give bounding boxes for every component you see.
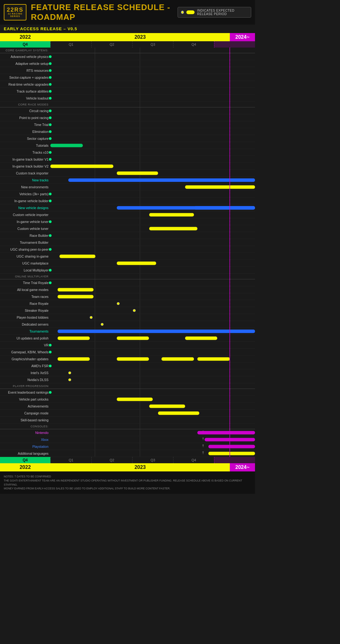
row-2024-area [230, 307, 255, 314]
row-2024-area [230, 362, 255, 369]
row-2024-area [230, 376, 255, 383]
table-row: Vehicles (3k+ parts) [0, 191, 255, 197]
table-row: In-game track builder V1 [0, 156, 255, 163]
q4-2022: Q4 [0, 41, 50, 48]
row-label: Custom track importer [0, 171, 50, 175]
table-row: Custom vehicle tuner [0, 225, 255, 232]
table-row: Tracks x10 [0, 149, 255, 156]
row-chart [50, 307, 230, 314]
row-chart [50, 410, 230, 416]
row-2024-area [230, 107, 255, 114]
row-chart [50, 293, 230, 300]
row-2024-area [230, 67, 255, 74]
row-chart [50, 74, 230, 81]
table-row: Nintendo† [0, 429, 255, 436]
footer-notes: NOTES: † DATES TO BE CONFIRMED THE GOATI… [0, 471, 255, 494]
table-row: Race Royale [0, 300, 255, 307]
table-row: In-game vehicle builder [0, 197, 255, 204]
row-2024-area [230, 95, 255, 101]
row-label: Real-time vehicle upgrades [0, 83, 50, 86]
row-chart [50, 246, 230, 253]
table-row: PLAYER PROGRESSION [0, 383, 255, 389]
row-label: In-game track builder V1 [0, 157, 50, 161]
table-row: ONLINE MULTIPLAYER [0, 274, 255, 279]
table-row: Achievements [0, 403, 255, 410]
completion-dot [49, 350, 52, 353]
row-label: Race Royale [0, 302, 50, 305]
row-label: Tournaments [0, 329, 50, 333]
row-chart [50, 253, 230, 259]
table-row: Real-time vehicle upgrades [0, 81, 255, 88]
q3-2023: Q3 [132, 41, 173, 48]
row-label: In-game vehicle builder [0, 199, 50, 203]
row-chart [50, 349, 230, 355]
row-2024-area [230, 142, 255, 149]
table-row: In-game vehicle tuner [0, 218, 255, 225]
schedule-bar [58, 329, 255, 333]
planned-dot [133, 309, 136, 312]
table-row: UGC marketplace [0, 260, 255, 267]
table-row: CORE RACE MODES [0, 102, 255, 107]
table-row: Time Trial [0, 121, 255, 128]
row-label: CORE RACE MODES [0, 103, 50, 106]
completion-dot [49, 269, 52, 271]
schedule-bar [58, 295, 94, 298]
table-row: Streaker Royale [0, 307, 255, 314]
row-2024-area [230, 342, 255, 348]
schedule-bar [117, 261, 156, 265]
legend-bar-icon [186, 10, 195, 14]
row-chart [50, 81, 230, 88]
row-2024-area [230, 253, 255, 259]
row-label: RTS resources [0, 69, 50, 72]
row-label: Tracks x10 [0, 151, 50, 154]
legend-text: INDICATES EXPECTED RELEASE PERIOD [197, 9, 248, 16]
row-label: All local game modes [0, 288, 50, 292]
table-row: CORE GAMEPLAY SYSTEMS: [0, 48, 255, 53]
table-row: Intel's XeSS [0, 369, 255, 376]
row-2024-area [230, 149, 255, 156]
row-2024-area [230, 450, 255, 457]
schedule-bar-3 [185, 336, 218, 340]
table-row: New tracks [0, 177, 255, 184]
row-chart [50, 142, 230, 149]
row-label: PLAYER PROGRESSION [0, 385, 50, 388]
row-chart [50, 177, 230, 183]
planned-dot [90, 316, 93, 319]
q4-2023: Q4 [173, 41, 214, 48]
bottom-quarter-row: Q4 Q1 Q2 Q3 Q4 [0, 457, 255, 463]
row-2024-area [230, 177, 255, 183]
completion-dot [49, 364, 52, 367]
q2-2023: Q2 [91, 41, 132, 48]
row-chart [50, 128, 230, 135]
footer-note-1: NOTES: † DATES TO BE CONFIRMED [4, 475, 251, 479]
row-label: UGC marketplace [0, 261, 50, 265]
row-2024-area [230, 383, 255, 389]
row-label: Tutorials [0, 144, 50, 147]
completion-dot [49, 62, 52, 65]
table-row: Tournaments [0, 328, 255, 335]
schedule-bar [149, 404, 185, 408]
planned-dot [117, 302, 120, 305]
logo-top: 22RS [7, 7, 23, 13]
table-row: Track surface abilities [0, 88, 255, 95]
schedule-bar-4 [197, 357, 230, 361]
row-chart [50, 135, 230, 142]
row-label: Xbox [0, 438, 50, 442]
row-label: Race Builder [0, 234, 50, 237]
row-label: Time Trial [0, 123, 50, 127]
row-label: Elimination [0, 130, 50, 134]
row-chart [50, 67, 230, 74]
row-label: Intel's XeSS [0, 371, 50, 375]
completion-dot [49, 137, 52, 140]
completion-dot [49, 192, 52, 195]
schedule-bar [149, 227, 198, 230]
row-label: UI updates and polish [0, 336, 50, 340]
schedule-bar [117, 171, 158, 175]
table-row: Dedicated servers [0, 321, 255, 328]
table-row: CONSOLES: [0, 424, 255, 429]
row-label: Streaker Royale [0, 309, 50, 312]
row-2024-area [230, 396, 255, 402]
row-2024-area [230, 349, 255, 355]
row-2024-area [230, 321, 255, 328]
row-chart [50, 424, 230, 429]
